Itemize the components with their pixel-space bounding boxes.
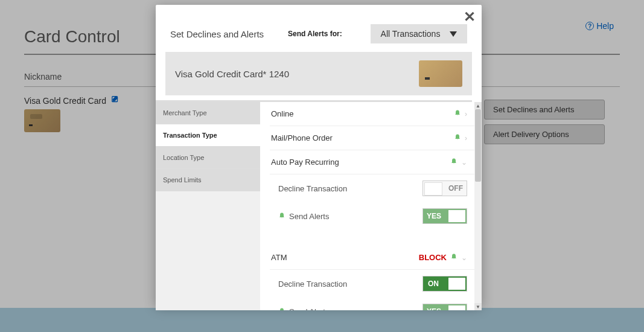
bell-icon xyxy=(278,307,285,311)
tab-location-type[interactable]: Location Type xyxy=(156,147,260,169)
bell-icon xyxy=(278,212,285,221)
scroll-up-icon[interactable]: ▲ xyxy=(474,102,482,109)
alerts-dropdown[interactable]: All Transactions xyxy=(371,24,467,43)
bell-icon xyxy=(454,133,461,142)
decline-transaction-row-atm: Decline Transaction ON xyxy=(270,270,479,298)
dropdown-value: All Transactions xyxy=(381,29,441,39)
decline-toggle[interactable]: OFF xyxy=(422,180,467,196)
send-alerts-row-atm: Send Alerts YES xyxy=(270,298,479,310)
send-alerts-row: Send Alerts YES xyxy=(270,202,479,230)
tab-merchant-type[interactable]: Merchant Type xyxy=(156,102,260,124)
scrollbar[interactable]: ▲ ▼ xyxy=(474,102,482,310)
bell-icon xyxy=(454,109,461,118)
chevron-right-icon: › xyxy=(465,110,467,118)
row-label: Auto Pay Recurring xyxy=(271,158,339,167)
content-area: Online › Mail/Phone Order › Auto Pay Rec… xyxy=(260,102,482,310)
block-badge: BLOCK xyxy=(419,253,447,262)
row-label: ATM xyxy=(271,253,287,262)
card-display-name: Visa Gold Credit Card* 1240 xyxy=(175,69,289,79)
card-image xyxy=(419,60,462,87)
chevron-down-icon xyxy=(450,31,457,37)
card-banner: Visa Gold Credit Card* 1240 xyxy=(165,52,472,95)
chevron-down-icon: ⌄ xyxy=(461,158,467,167)
bell-icon xyxy=(450,158,457,167)
tab-spend-limits[interactable]: Spend Limits xyxy=(156,169,260,191)
row-label: Mail/Phone Order xyxy=(271,133,333,142)
decline-toggle-atm[interactable]: ON xyxy=(422,276,467,292)
bell-icon xyxy=(450,253,457,262)
close-icon[interactable]: ✕ xyxy=(464,8,476,25)
modal: ✕ Set Declines and Alerts Send Alerts fo… xyxy=(156,5,482,305)
decline-label: Decline Transaction xyxy=(278,184,347,193)
chevron-right-icon: › xyxy=(465,134,467,142)
side-tabs: Merchant Type Transaction Type Location … xyxy=(156,102,260,310)
send-alerts-toggle-atm[interactable]: YES xyxy=(422,304,467,310)
modal-title: Set Declines and Alerts xyxy=(170,29,264,39)
row-mail-phone[interactable]: Mail/Phone Order › xyxy=(270,126,479,150)
decline-label: Decline Transaction xyxy=(278,279,347,289)
row-label: Online xyxy=(271,109,294,118)
send-alerts-for-label: Send Alerts for: xyxy=(288,30,342,38)
row-auto-pay[interactable]: Auto Pay Recurring ⌄ xyxy=(270,150,479,174)
decline-transaction-row: Decline Transaction OFF xyxy=(270,174,479,202)
send-alerts-label: Send Alerts xyxy=(289,212,330,221)
row-atm[interactable]: ATM BLOCK ⌄ xyxy=(270,246,479,270)
row-online[interactable]: Online › xyxy=(270,102,479,126)
scroll-down-icon[interactable]: ▼ xyxy=(474,303,482,310)
chevron-down-icon: ⌄ xyxy=(461,254,467,262)
send-alerts-label: Send Alerts xyxy=(289,307,330,311)
scroll-thumb[interactable] xyxy=(475,109,481,182)
send-alerts-toggle[interactable]: YES xyxy=(422,208,467,224)
tab-transaction-type[interactable]: Transaction Type xyxy=(156,124,260,147)
